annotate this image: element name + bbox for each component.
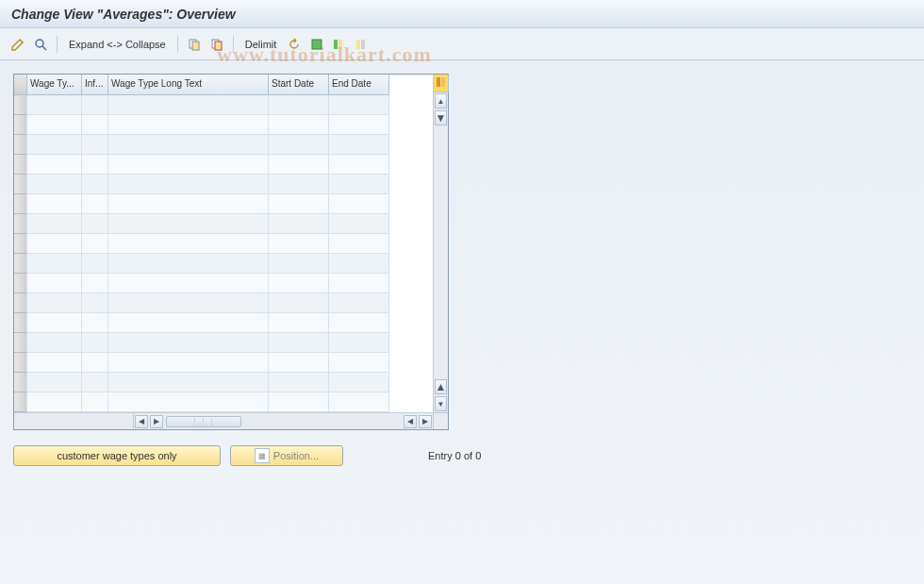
cell-long-text[interactable] [108,373,269,392]
cell-infotype[interactable] [82,373,108,392]
select-icon[interactable] [308,36,325,53]
cell-long-text[interactable] [108,135,269,155]
col-start-date[interactable]: Start Date [269,75,329,95]
cell-wage-type[interactable] [27,373,82,392]
scroll-down-page-icon[interactable]: ▲ [435,379,447,394]
table-row[interactable] [14,155,433,175]
cell-infotype[interactable] [82,274,108,293]
cell-end-date[interactable] [329,373,389,392]
row-selector[interactable] [14,95,27,115]
cell-infotype[interactable] [82,333,108,353]
row-selector[interactable] [14,234,27,254]
table-row[interactable] [14,392,433,412]
cell-wage-type[interactable] [27,392,82,412]
scroll-right-end-icon[interactable]: ▶ [419,415,432,428]
select-all-header[interactable] [14,75,27,95]
cell-end-date[interactable] [329,293,389,313]
table-row[interactable] [14,115,433,135]
cell-long-text[interactable] [108,214,269,234]
cell-infotype[interactable] [82,214,108,234]
cell-end-date[interactable] [329,234,389,254]
row-selector[interactable] [14,175,27,194]
cell-infotype[interactable] [82,115,108,135]
scroll-track[interactable] [434,126,448,378]
cell-infotype[interactable] [82,353,108,373]
select-all-icon[interactable] [331,36,348,53]
table-row[interactable] [14,95,433,115]
col-end-date[interactable]: End Date [329,75,389,95]
cell-long-text[interactable] [108,194,269,214]
cell-start-date[interactable] [269,313,329,333]
cell-long-text[interactable] [108,155,269,175]
cell-infotype[interactable] [82,392,108,412]
table-row[interactable] [14,175,433,194]
cell-wage-type[interactable] [27,175,82,194]
copy-all-icon[interactable] [208,36,225,53]
cell-end-date[interactable] [329,254,389,274]
row-selector[interactable] [14,313,27,333]
cell-wage-type[interactable] [27,313,82,333]
cell-infotype[interactable] [82,175,108,194]
undo-icon[interactable] [286,36,303,53]
row-selector[interactable] [14,373,27,392]
cell-long-text[interactable] [108,234,269,254]
cell-end-date[interactable] [329,313,389,333]
cell-long-text[interactable] [108,95,269,115]
cell-end-date[interactable] [329,214,389,234]
cell-long-text[interactable] [108,293,269,313]
cell-end-date[interactable] [329,135,389,155]
cell-start-date[interactable] [269,194,329,214]
cell-start-date[interactable] [269,95,329,115]
cell-end-date[interactable] [329,392,389,412]
cell-start-date[interactable] [269,115,329,135]
cell-long-text[interactable] [108,115,269,135]
scroll-left-end-icon[interactable]: ◀ [404,415,417,428]
cell-wage-type[interactable] [27,95,82,115]
table-row[interactable] [14,373,433,392]
cell-wage-type[interactable] [27,333,82,353]
row-selector[interactable] [14,254,27,274]
delimit-button[interactable]: Delimit [241,39,281,50]
table-row[interactable] [14,333,433,353]
configure-columns-icon[interactable] [434,75,449,92]
cell-long-text[interactable] [108,392,269,412]
vertical-scrollbar[interactable]: ▲ ▼ ▲ ▼ [433,75,448,412]
table-row[interactable] [14,274,433,293]
cell-infotype[interactable] [82,155,108,175]
scroll-right-icon[interactable]: ▶ [150,415,163,428]
row-selector[interactable] [14,214,27,234]
cell-end-date[interactable] [329,333,389,353]
row-selector[interactable] [14,392,27,412]
cell-long-text[interactable] [108,353,269,373]
row-selector[interactable] [14,333,27,353]
row-selector[interactable] [14,194,27,214]
row-selector[interactable] [14,155,27,175]
cell-wage-type[interactable] [27,214,82,234]
cell-infotype[interactable] [82,194,108,214]
table-row[interactable] [14,293,433,313]
cell-end-date[interactable] [329,353,389,373]
cell-start-date[interactable] [269,175,329,194]
cell-long-text[interactable] [108,254,269,274]
cell-infotype[interactable] [82,293,108,313]
cell-start-date[interactable] [269,214,329,234]
table-row[interactable] [14,194,433,214]
table-row[interactable] [14,313,433,333]
scroll-thumb[interactable]: ⋮⋮⋮ [166,416,241,427]
cell-start-date[interactable] [269,274,329,293]
cell-infotype[interactable] [82,234,108,254]
horizontal-scrollbar[interactable]: ◀ ▶ ⋮⋮⋮ ◀ ▶ [14,412,448,429]
col-infotype[interactable]: Inf... [82,75,108,95]
cell-infotype[interactable] [82,313,108,333]
customer-wage-types-button[interactable]: customer wage types only [13,445,221,466]
expand-collapse-button[interactable]: Expand <-> Collapse [65,39,170,50]
cell-wage-type[interactable] [27,293,82,313]
find-icon[interactable] [32,36,49,53]
col-wage-type[interactable]: Wage Ty... [27,75,82,95]
cell-start-date[interactable] [269,234,329,254]
table-row[interactable] [14,234,433,254]
cell-end-date[interactable] [329,95,389,115]
cell-long-text[interactable] [108,274,269,293]
row-selector[interactable] [14,115,27,135]
cell-end-date[interactable] [329,274,389,293]
